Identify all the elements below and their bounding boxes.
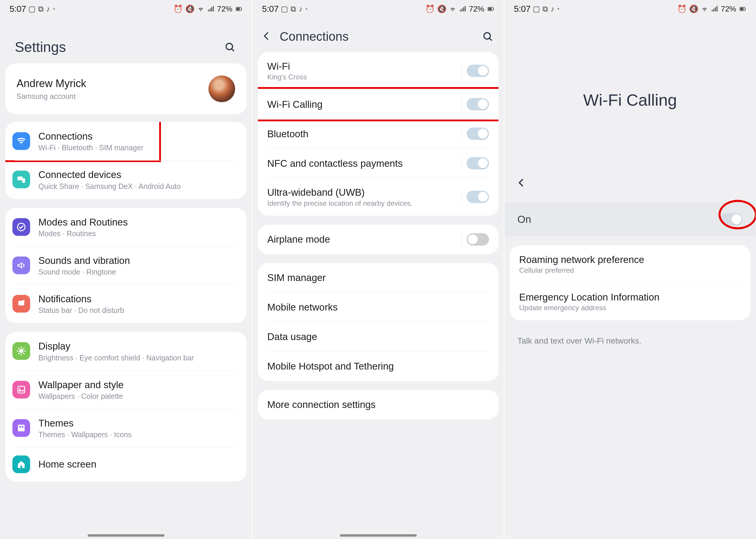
- row-more[interactable]: More connection settings: [258, 390, 498, 420]
- row-wifi-calling[interactable]: Wi-Fi Calling: [258, 89, 498, 119]
- mute-icon: 🔇: [437, 4, 447, 14]
- wifi-icon: [197, 5, 205, 13]
- row-sub: Brightness · Eye comfort shield · Naviga…: [39, 353, 237, 362]
- row-sub: King's Cross: [267, 73, 462, 81]
- row-title: Mobile Hotspot and Tethering: [267, 360, 489, 372]
- row-nfc[interactable]: NFC and contactless payments: [258, 148, 498, 178]
- row-title: SIM manager: [267, 271, 489, 284]
- battery-icon: [235, 5, 242, 13]
- bluetooth-toggle[interactable]: [466, 127, 489, 140]
- wifi-toggle[interactable]: [466, 65, 489, 77]
- svg-rect-1: [236, 8, 240, 10]
- home-indicator[interactable]: [340, 534, 417, 537]
- row-data[interactable]: Data usage: [258, 322, 498, 351]
- search-button[interactable]: [481, 30, 495, 44]
- notifications-icon: [12, 295, 30, 313]
- gallery-icon: ▢: [28, 4, 36, 14]
- svg-point-18: [484, 33, 490, 39]
- settings-group: Connections Wi-Fi · Bluetooth · SIM mana…: [5, 122, 247, 199]
- search-icon: [224, 41, 236, 53]
- signal-icon: [711, 5, 718, 13]
- row-airplane[interactable]: Airplane mode: [258, 225, 498, 254]
- row-title: Airplane mode: [267, 233, 462, 245]
- row-title: Ultra-wideband (UWB): [267, 186, 462, 198]
- account-row[interactable]: Andrew Myrick Samsung account: [5, 63, 247, 114]
- row-sub: Update emergency address: [519, 304, 741, 312]
- row-title: Mobile networks: [267, 301, 489, 313]
- connections-group-1: Wi-FiKing's CrossWi-Fi CallingBluetoothN…: [258, 52, 498, 216]
- settings-group: Display Brightness · Eye comfort shield …: [5, 332, 247, 482]
- music-icon: ♪: [550, 4, 554, 14]
- row-sim[interactable]: SIM manager: [258, 263, 498, 292]
- row-mobile[interactable]: Mobile networks: [258, 292, 498, 322]
- alarm-icon: ⏰: [425, 4, 435, 14]
- row-roaming[interactable]: Roaming network preferenceCellular prefe…: [510, 245, 750, 283]
- home-indicator[interactable]: [88, 534, 164, 537]
- row-bluetooth[interactable]: Bluetooth: [258, 119, 498, 148]
- master-toggle[interactable]: [720, 213, 743, 225]
- master-toggle-row[interactable]: On: [504, 202, 756, 236]
- back-button[interactable]: [504, 178, 756, 202]
- row-title: Home screen: [39, 458, 237, 470]
- row-title: Sounds and vibration: [39, 255, 237, 267]
- status-time: 5:07: [9, 4, 26, 14]
- wifi-calling-toggle[interactable]: [466, 98, 489, 111]
- battery-text: 72%: [469, 4, 484, 14]
- page-title: Settings: [15, 39, 66, 55]
- search-button[interactable]: [223, 40, 237, 54]
- settings-row-home[interactable]: Home screen: [5, 447, 247, 482]
- signal-icon: [207, 5, 215, 13]
- settings-row-sounds[interactable]: Sounds and vibration Sound mode · Ringto…: [5, 246, 247, 284]
- uwb-toggle[interactable]: [466, 191, 489, 203]
- gallery-icon: ▢: [533, 4, 540, 14]
- svg-rect-12: [18, 425, 25, 431]
- screenshot-icon: ⧉: [291, 4, 296, 14]
- connections-group-3: SIM managerMobile networksData usageMobi…: [258, 263, 498, 381]
- settings-row-notifications[interactable]: Notifications Status bar · Do not distur…: [5, 284, 247, 323]
- music-icon: ♪: [46, 4, 50, 14]
- modes-icon: [12, 218, 30, 236]
- back-button[interactable]: [261, 31, 272, 42]
- connections-icon: [12, 132, 30, 150]
- settings-row-connections[interactable]: Connections Wi-Fi · Bluetooth · SIM mana…: [5, 122, 247, 160]
- wifi-calling-options: Roaming network preferenceCellular prefe…: [510, 245, 750, 321]
- settings-row-display[interactable]: Display Brightness · Eye comfort shield …: [5, 332, 247, 370]
- nfc-toggle[interactable]: [466, 157, 489, 170]
- row-hotspot[interactable]: Mobile Hotspot and Tethering: [258, 351, 498, 381]
- row-title: Data usage: [267, 331, 489, 343]
- row-title: NFC and contactless payments: [267, 157, 462, 170]
- hint-text: Talk and text over Wi-Fi networks.: [504, 329, 756, 353]
- airplane-toggle[interactable]: [466, 233, 489, 246]
- wifi-icon: [449, 5, 457, 13]
- gallery-icon: ▢: [281, 4, 288, 14]
- mute-icon: 🔇: [689, 4, 699, 14]
- alarm-icon: ⏰: [173, 4, 183, 14]
- account-name: Andrew Myrick: [17, 77, 86, 90]
- divider: [462, 127, 462, 140]
- sounds-icon: [12, 257, 30, 274]
- battery-text: 72%: [721, 4, 736, 14]
- signal-icon: [459, 5, 466, 13]
- row-title: Bluetooth: [267, 128, 462, 140]
- status-bar: 5:07 ▢ ⧉ ♪ • ⏰ 🔇 72%: [504, 0, 756, 17]
- settings-group: Modes and Routines Modes · Routines Soun…: [5, 208, 247, 323]
- settings-row-wallpaper[interactable]: Wallpaper and style Wallpapers · Color p…: [5, 370, 247, 409]
- row-title: Connected devices: [39, 169, 237, 181]
- divider: [462, 157, 462, 170]
- screen-wifi-calling: 5:07 ▢ ⧉ ♪ • ⏰ 🔇 72% Wi-Fi Calling On Ro…: [504, 0, 756, 539]
- settings-row-modes[interactable]: Modes and Routines Modes · Routines: [5, 208, 247, 246]
- settings-row-connected-devices[interactable]: Connected devices Quick Share · Samsung …: [5, 160, 247, 199]
- search-icon: [482, 31, 494, 42]
- row-uwb[interactable]: Ultra-wideband (UWB)Identify the precise…: [258, 178, 498, 215]
- avatar[interactable]: [208, 75, 235, 103]
- page-title: Wi-Fi Calling: [504, 17, 756, 178]
- screen-connections: 5:07 ▢ ⧉ ♪ • ⏰ 🔇 72% Connections Wi-FiKi…: [252, 0, 504, 539]
- row-wifi[interactable]: Wi-FiKing's Cross: [258, 52, 498, 89]
- home-icon: [12, 455, 30, 473]
- settings-row-themes[interactable]: Themes Themes · Wallpapers · Icons: [5, 409, 247, 447]
- row-e911[interactable]: Emergency Location InformationUpdate eme…: [510, 283, 750, 320]
- chevron-left-icon: [516, 178, 527, 188]
- more-icon: •: [53, 6, 55, 12]
- row-sub: Wallpapers · Color palette: [39, 392, 237, 401]
- row-title: Roaming network preference: [519, 254, 741, 266]
